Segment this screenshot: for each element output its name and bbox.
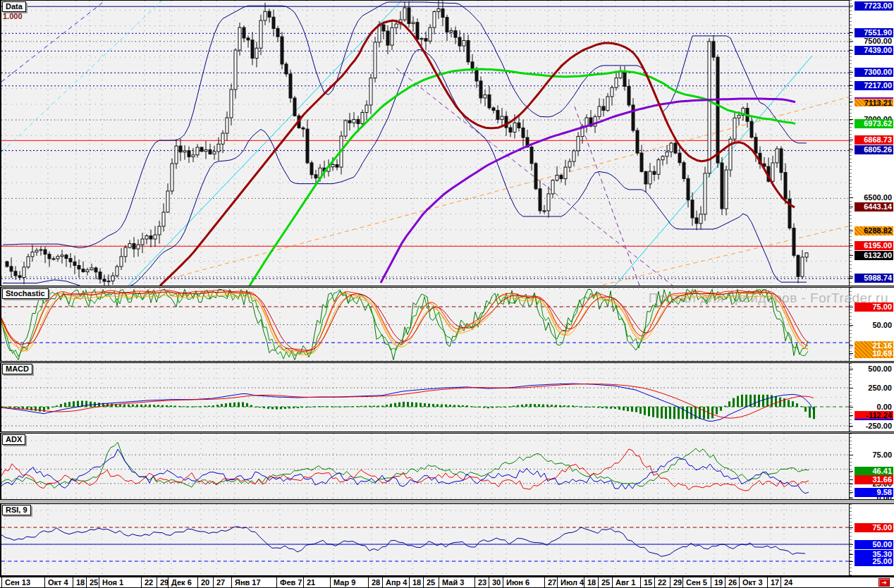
x-axis-tick xyxy=(303,577,304,587)
x-axis-tick xyxy=(99,577,99,587)
x-axis-tick xyxy=(157,577,157,587)
x-axis-tick xyxy=(612,577,613,587)
price-label-6443.14: 6443.14 xyxy=(855,202,893,212)
x-axis-label: Мар 9 xyxy=(333,578,355,587)
axis-minor-ticks xyxy=(850,363,852,431)
x-axis-tick xyxy=(439,577,439,587)
indicator-title-macd[interactable]: MACD xyxy=(2,364,32,374)
price-label-50.00: 50.00 xyxy=(855,540,893,549)
axis-tick xyxy=(850,415,853,416)
x-axis-label: Фев 7 xyxy=(280,578,302,587)
axis-minor-ticks xyxy=(850,434,852,499)
x-axis-label: 17 xyxy=(771,578,779,587)
x-axis-label: Июл 4 xyxy=(561,578,584,587)
x-axis-tick xyxy=(584,577,584,587)
x-axis-tick xyxy=(231,577,232,587)
x-axis-label: 28 xyxy=(372,578,380,587)
axis-tick xyxy=(850,85,853,86)
x-axis-tick xyxy=(197,577,198,587)
x-axis-tick xyxy=(640,577,641,587)
axis-tick-label: 7500.00 xyxy=(855,37,893,46)
panel-stochastic[interactable]: Stochastic xyxy=(0,288,849,361)
axis-tick xyxy=(850,72,853,73)
price-label-7723.00: 7723.00 xyxy=(855,1,893,11)
panel-splitter[interactable] xyxy=(0,286,894,288)
price-label-7217.00: 7217.00 xyxy=(855,81,893,90)
stochastic-plot-layer xyxy=(1,288,849,361)
axis-tick xyxy=(850,561,853,562)
x-axis-label: 19 xyxy=(714,578,723,587)
x-axis-tick xyxy=(1,577,2,587)
x-axis-tick xyxy=(368,577,369,587)
x-axis-label: 20 xyxy=(201,578,209,587)
indicator-title-stochastic[interactable]: Stochastic xyxy=(2,288,49,299)
axis-tick-label: -250.00 xyxy=(855,422,893,431)
x-axis-label: 22 xyxy=(658,578,666,587)
price-label-6805.26: 6805.26 xyxy=(855,145,893,154)
axis-tick xyxy=(850,140,853,140)
x-axis-tick xyxy=(725,577,725,587)
ma-green xyxy=(250,69,795,286)
axis-tick xyxy=(850,278,853,278)
panel-splitter[interactable] xyxy=(0,361,894,363)
adx-plot-layer xyxy=(1,434,849,499)
axis-tick xyxy=(850,6,853,6)
indicator-title-rsi[interactable]: RSI, 9 xyxy=(2,505,31,515)
axis-tick xyxy=(850,353,853,354)
x-axis-label: Апр 4 xyxy=(386,578,407,587)
indicator-title-adx[interactable]: ADX xyxy=(2,434,25,445)
x-axis-tick xyxy=(382,577,383,587)
x-axis-tick xyxy=(780,577,781,587)
price-label-6288.82: 6288.82 xyxy=(855,226,893,235)
x-axis-tick xyxy=(711,577,711,587)
price-label-5988.74: 5988.74 xyxy=(855,274,893,283)
panel-macd[interactable]: MACD xyxy=(0,363,849,431)
price-label--112.24: -112.24 xyxy=(855,411,893,420)
scroll-right-button[interactable]: ➔ xyxy=(878,578,890,587)
panel-adx[interactable]: ADX xyxy=(0,434,849,499)
x-axis-label: Окт 3 xyxy=(742,578,763,587)
axis-tick xyxy=(850,369,853,369)
x-axis-tick xyxy=(276,577,277,587)
axis-tick-label: 250.00 xyxy=(855,384,893,393)
x-axis-tick xyxy=(670,577,670,587)
price-label-10.69: 10.69 xyxy=(855,349,893,358)
x-axis-tick xyxy=(86,577,87,587)
axis-tick xyxy=(850,255,853,256)
panel-splitter[interactable] xyxy=(0,431,894,434)
indicator-title-main[interactable]: Data xyxy=(2,1,26,12)
x-axis-label: Дек 6 xyxy=(171,578,192,587)
axis-tick-label: 75.00 xyxy=(855,451,893,460)
x-axis-tick xyxy=(44,577,45,587)
x-axis-tick xyxy=(168,577,169,587)
price-label-6973.62: 6973.62 xyxy=(855,119,893,128)
x-axis-label: 26 xyxy=(728,578,737,587)
axis-minor-ticks xyxy=(850,504,852,575)
trading-terminal-window: Портал для трейдеров - ForTrader.ru 7500… xyxy=(0,0,894,588)
candles-layer xyxy=(6,1,808,286)
x-axis-label: 25 xyxy=(90,578,98,587)
axis-tick xyxy=(850,325,853,326)
main-series-value: 1.000 xyxy=(3,12,23,20)
rsi-plot-layer xyxy=(1,504,849,575)
x-axis-label: 18 xyxy=(76,578,85,587)
x-axis-label: Сен 13 xyxy=(5,578,30,587)
price-label-31.66: 31.66 xyxy=(855,475,893,484)
axis-tick xyxy=(850,245,853,246)
axis-tick xyxy=(850,41,853,42)
price-label-6868.73: 6868.73 xyxy=(855,135,893,145)
price-axis-gutter: 7500.007000.006500.006000.007723.007551.… xyxy=(849,0,894,577)
panel-main[interactable]: Data1.000 xyxy=(0,0,849,286)
x-axis-tick xyxy=(598,577,599,587)
x-axis-label: 22 xyxy=(145,578,153,587)
panel-rsi[interactable]: RSI, 9 xyxy=(0,504,849,575)
panel-splitter[interactable] xyxy=(0,499,894,504)
macd-plot-layer xyxy=(1,363,849,431)
price-label-75.00: 75.00 xyxy=(855,302,893,312)
x-axis-label: Сен 5 xyxy=(686,578,707,587)
axis-tick xyxy=(850,492,853,493)
axis-tick xyxy=(850,544,853,545)
axis-tick xyxy=(850,32,853,33)
price-label-7551.90: 7551.90 xyxy=(855,28,893,37)
x-axis-label: 18 xyxy=(412,578,421,587)
